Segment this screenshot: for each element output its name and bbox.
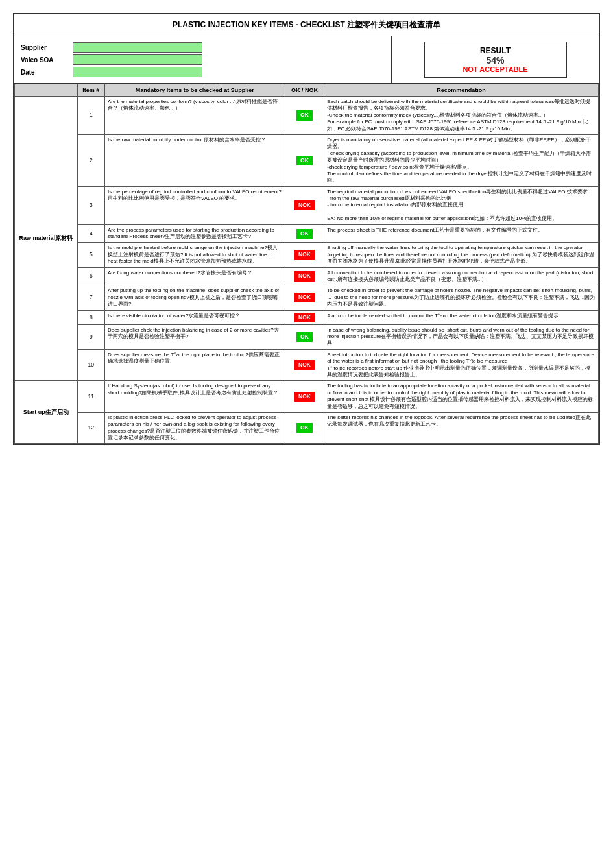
item-number: 5 [77, 243, 104, 267]
table-row: Start up生产启动11If Handling System (as rob… [15, 381, 599, 413]
status-cell: NOK [285, 267, 324, 285]
item-number: 4 [77, 224, 104, 243]
status-cell: OK [285, 224, 324, 243]
table-row: 6Are fixing water connections numbered?水… [15, 267, 599, 285]
status-badge: OK [296, 423, 313, 433]
status-cell: NOK [285, 349, 324, 381]
status-badge: OK [296, 332, 313, 342]
header-left: Supplier Valeo SOA Date [14, 36, 391, 83]
category-cell: Start up生产启动 [15, 381, 78, 444]
result-label: RESULT [438, 46, 553, 55]
table-row: 8Is there visible circulation of water?水… [15, 310, 599, 324]
recommendation-cell: Alarm to be implemented so that to contr… [324, 310, 599, 324]
table-row: 4Are the process parameters used for sta… [15, 224, 599, 243]
mandatory-item: Are the process parameters used for star… [104, 224, 285, 243]
page-title: PLASTIC INJECTION KEY ITEMS - CHECKLIST … [14, 14, 599, 36]
item-number: 11 [77, 381, 104, 413]
recommendation-cell: Shutting off manually the water lines to… [324, 243, 599, 267]
status-badge: NOK [294, 200, 315, 210]
result-section: RESULT 54% NOT ACCEPTABLE [391, 36, 599, 83]
table-row: 2Is the raw material humidity under cont… [15, 134, 599, 186]
header-item: Item # [77, 84, 104, 97]
date-field: Date [21, 67, 385, 77]
recommendation-cell: The regrind material proportion does not… [324, 186, 599, 224]
mandatory-item: Are the material properties conform? (vi… [104, 97, 285, 135]
supplier-input[interactable] [73, 42, 202, 53]
header-recommendation: Recommendation [324, 84, 599, 97]
recommendation-cell: Each batch should be delivered with the … [324, 97, 599, 135]
checklist-table: Item # Mandatory Items to be checked at … [14, 84, 599, 444]
item-number: 1 [77, 97, 104, 135]
item-number: 10 [77, 349, 104, 381]
status-badge: NOK [294, 250, 315, 259]
status-badge: NOK [294, 313, 315, 322]
status-cell: NOK [285, 186, 324, 224]
item-number: 9 [77, 324, 104, 349]
date-input[interactable] [73, 67, 202, 77]
item-number: 12 [77, 412, 104, 444]
table-row: 5Is the mold pre-heated before mold chan… [15, 243, 599, 267]
recommendation-cell: All connection to be numbered in order t… [324, 267, 599, 285]
table-row: 9Does supplier chek the injection balanc… [15, 324, 599, 349]
status-cell: NOK [285, 310, 324, 324]
date-label: Date [21, 69, 73, 76]
mandatory-item: Is the percentage of regrind controlled … [104, 186, 285, 224]
header-category [15, 84, 78, 97]
status-badge: OK [296, 229, 313, 239]
mandatory-item: If Handling System (as robot) in use: Is… [104, 381, 285, 413]
recommendation-cell: Sheet intruction to indicate the right l… [324, 349, 599, 381]
status-cell: OK [285, 324, 324, 349]
recommendation-cell: Dryer is mandatory on sensitive material… [324, 134, 599, 186]
table-row: 3Is the percentage of regrind controlled… [15, 186, 599, 224]
table-row: 7After putting up the tooling on the mac… [15, 285, 599, 310]
valeo-soa-input[interactable] [73, 54, 202, 65]
status-cell: NOK [285, 243, 324, 267]
main-table-wrapper: Item # Mandatory Items to be checked at … [14, 84, 599, 444]
recommendation-cell: To be checked in order to prevent the da… [324, 285, 599, 310]
recommendation-cell: In case of wrong balancing, quality issu… [324, 324, 599, 349]
mandatory-item: Is plastic injection press PLC locked to… [104, 412, 285, 444]
status-cell: NOK [285, 381, 324, 413]
status-badge: NOK [294, 293, 315, 302]
item-number: 8 [77, 310, 104, 324]
item-number: 3 [77, 186, 104, 224]
header-mandatory: Mandatory Items to be checked at Supplie… [104, 84, 285, 97]
table-row: 10Does supplier measure the T°at the rig… [15, 349, 599, 381]
header-section: Supplier Valeo SOA Date RESULT 54% NOT A… [14, 36, 599, 84]
mandatory-item: After putting up the tooling on the mach… [104, 285, 285, 310]
mandatory-item: Are fixing water connections numbered?水管… [104, 267, 285, 285]
result-status: NOT ACCEPTABLE [438, 66, 553, 73]
result-value: 54% [438, 55, 553, 66]
table-header-row: Item # Mandatory Items to be checked at … [15, 84, 599, 97]
status-badge: NOK [294, 392, 315, 402]
mandatory-item: Does supplier measure the T°at the right… [104, 349, 285, 381]
status-cell: OK [285, 412, 324, 444]
recommendation-cell: The process sheet is THE reference docum… [324, 224, 599, 243]
table-row: 12Is plastic injection press PLC locked … [15, 412, 599, 444]
status-cell: OK [285, 97, 324, 135]
status-badge: NOK [294, 271, 315, 281]
result-box: RESULT 54% NOT ACCEPTABLE [424, 42, 567, 78]
mandatory-item: Is the mold pre-heated before mold chang… [104, 243, 285, 267]
valeo-soa-label: Valeo SOA [21, 56, 73, 64]
status-cell: OK [285, 134, 324, 186]
valeo-soa-field: Valeo SOA [21, 54, 385, 65]
supplier-field: Supplier [21, 42, 385, 53]
mandatory-item: Is there visible circulation of water?水流… [104, 310, 285, 324]
status-badge: OK [296, 110, 313, 120]
item-number: 6 [77, 267, 104, 285]
table-row: Raw material原材料1Are the material propert… [15, 97, 599, 135]
recommendation-cell: The tooling has to include in an appropr… [324, 381, 599, 413]
status-cell: NOK [285, 285, 324, 310]
status-badge: NOK [294, 360, 315, 370]
category-cell: Raw material原材料 [15, 97, 78, 381]
item-number: 2 [77, 134, 104, 186]
mandatory-item: Is the raw material humidity under contr… [104, 134, 285, 186]
status-badge: OK [296, 156, 313, 165]
header-ok: OK / NOK [285, 84, 324, 97]
supplier-label: Supplier [21, 44, 73, 51]
recommendation-cell: The setter records his changes in the lo… [324, 412, 599, 444]
page-wrapper: PLASTIC INJECTION KEY ITEMS - CHECKLIST … [13, 13, 600, 445]
item-number: 7 [77, 285, 104, 310]
mandatory-item: Does supplier chek the injection balanci… [104, 324, 285, 349]
